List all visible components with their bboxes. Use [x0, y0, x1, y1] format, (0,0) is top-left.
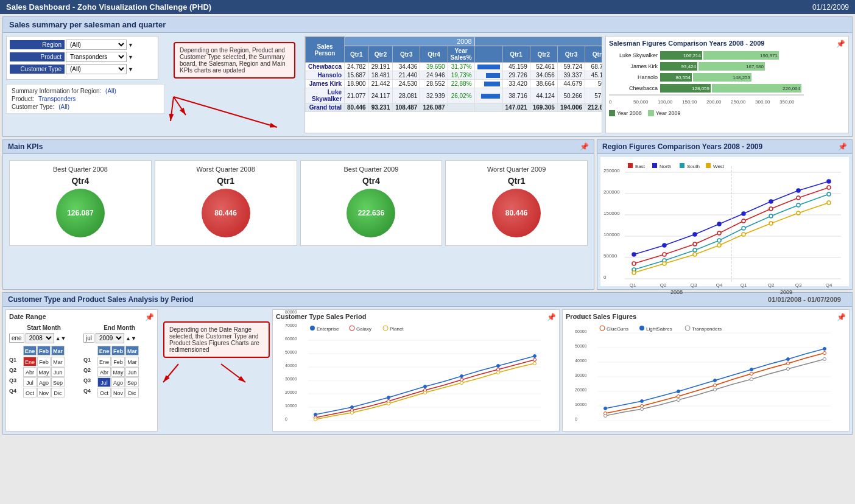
start-sep-cell[interactable]: Sep: [51, 377, 65, 387]
svg-point-38: [769, 200, 773, 203]
table-cell: 29.191: [368, 63, 393, 71]
svg-text:40000: 40000: [285, 363, 297, 368]
kpi-card: Worst Quarter 2008 Qtr1 80.446: [155, 160, 297, 246]
svg-point-150: [823, 348, 826, 351]
start-year-stepper[interactable]: ▲▼: [55, 335, 66, 341]
svg-text:Q2: Q2: [768, 282, 775, 288]
end-q2-label: Q2: [83, 367, 97, 377]
summary-region-label: Summary Information for Region:: [12, 88, 101, 94]
svg-point-99: [460, 375, 463, 378]
kpi-circle: 222.636: [347, 189, 395, 237]
section1-title: Sales summary per salesman and quarter: [3, 17, 852, 33]
svg-point-25: [632, 262, 636, 265]
table-cell: 44.679: [557, 80, 585, 88]
svg-text:60000: 60000: [575, 329, 587, 334]
sales-person-header: Sales Person: [306, 37, 345, 63]
start-q1-label: Q1: [9, 357, 23, 366]
end-ago-cell[interactable]: Ago: [111, 377, 125, 387]
table-cell: 68.720: [585, 63, 602, 71]
end-month-jan-header: Ene: [97, 346, 111, 355]
end-month-feb-header: Feb: [111, 346, 125, 355]
table-cell: 21.077: [345, 88, 369, 103]
svg-text:LightSabres: LightSabres: [646, 326, 672, 332]
month-grids: Q1 Ene Feb Mar Q1 Ene Feb Mar Q2 Abr: [9, 346, 154, 397]
end-ene-cell[interactable]: Ene: [97, 357, 111, 366]
region-select[interactable]: (All): [66, 40, 127, 50]
start-dic-cell[interactable]: Dic: [51, 388, 65, 397]
end-year-select[interactable]: 20082009: [96, 333, 124, 343]
svg-point-156: [787, 368, 790, 371]
svg-text:200000: 200000: [603, 189, 620, 195]
table-cell: 39.337: [557, 71, 585, 80]
start-q3-label: Q3: [9, 377, 23, 387]
svg-point-153: [677, 399, 680, 402]
start-ago-cell[interactable]: Ago: [37, 377, 51, 387]
table-cell: [448, 103, 474, 112]
customer-type-select[interactable]: (All): [66, 64, 127, 74]
start-year-select[interactable]: 20082009: [26, 333, 54, 343]
end-may-cell[interactable]: May: [111, 367, 125, 377]
start-jul-cell[interactable]: Jul: [23, 377, 37, 387]
end-nov-cell[interactable]: Nov: [111, 388, 125, 397]
bar-2009: 226,064: [712, 84, 801, 93]
end-dic-cell[interactable]: Dic: [125, 388, 139, 397]
end-abr-cell[interactable]: Abr: [97, 367, 111, 377]
table-cell: 59.724: [557, 63, 585, 71]
svg-rect-70: [652, 163, 657, 168]
end-jul-cell[interactable]: Jul: [97, 377, 111, 387]
start-mar-cell[interactable]: Mar: [51, 357, 65, 366]
table-cell: 33.420: [502, 80, 530, 88]
end-sep-cell[interactable]: Sep: [125, 377, 139, 387]
customer-chart-pin[interactable]: 📌: [547, 313, 556, 321]
annotation-text-2: Depending on the Date Range selected, th…: [169, 326, 259, 353]
start-jun-cell[interactable]: Jun: [51, 367, 65, 377]
date-range-pin[interactable]: 📌: [145, 313, 154, 321]
table-cell: 34.056: [530, 71, 557, 80]
end-jun-cell[interactable]: Jun: [125, 367, 139, 377]
table-mini-bar: [474, 80, 502, 88]
svg-text:Transponders: Transponders: [692, 326, 722, 332]
svg-text:Q4: Q4: [716, 282, 723, 288]
svg-point-47: [797, 203, 800, 207]
svg-text:70000: 70000: [285, 323, 297, 327]
svg-line-3: [174, 97, 277, 127]
start-nov-cell[interactable]: Nov: [37, 388, 51, 397]
svg-text:Enterprise: Enterprise: [317, 326, 339, 332]
start-oct-cell[interactable]: Oct: [23, 388, 37, 397]
legend-2008-box: [609, 110, 615, 116]
annotation-arrow-svg-2: [160, 358, 270, 431]
product-chart-pin[interactable]: 📌: [837, 313, 846, 321]
salesman-chart-pin[interactable]: 📌: [836, 40, 845, 48]
table-cell: 57.05: [585, 88, 602, 103]
header: Sales Dashboard - Zoho Visualization Cha…: [0, 0, 855, 14]
svg-point-31: [797, 196, 800, 200]
end-year-stepper[interactable]: ▲▼: [125, 335, 136, 341]
main-kpis-pin[interactable]: 📌: [580, 142, 589, 151]
start-ene-cell[interactable]: Ene: [23, 357, 37, 366]
end-mar-cell[interactable]: Mar: [125, 357, 139, 366]
table-cell: 28.081: [393, 88, 420, 103]
start-abr-cell[interactable]: Abr: [23, 367, 37, 377]
section-customer-product: Customer Type and Product Sales Analysis…: [2, 292, 853, 435]
start-may-cell[interactable]: May: [37, 367, 51, 377]
end-feb-cell[interactable]: Feb: [111, 357, 125, 366]
start-q1-row: Q1 Ene Feb Mar: [9, 357, 80, 366]
end-oct-cell[interactable]: Oct: [97, 388, 111, 397]
region-chart-pin[interactable]: 📌: [838, 142, 847, 151]
summary-customer-label: Customer Type:: [12, 103, 54, 110]
customer-dropdown-icon: ▼: [128, 66, 133, 72]
end-q4-label: Q4: [83, 388, 97, 397]
svg-point-53: [742, 233, 745, 236]
table-row-name: Hansolo: [306, 71, 345, 80]
svg-point-138: [641, 405, 644, 408]
table-mini-bar: [474, 71, 502, 80]
start-feb-cell[interactable]: Feb: [37, 357, 51, 366]
table-mini-bar: [474, 88, 502, 103]
salesman-bars-pair: 128,059 226,064: [660, 84, 801, 93]
region-chart-container: 0 50000 100000 150000 200000 250000: [600, 157, 849, 286]
annotation-box-1: Depending on the Region, Product and Cus…: [174, 42, 295, 79]
svg-point-34: [663, 243, 666, 247]
product-select[interactable]: Transponders: [66, 52, 127, 62]
summary-info-panel: Summary Information for Region: (All) Pr…: [6, 84, 164, 114]
svg-point-30: [769, 207, 773, 211]
